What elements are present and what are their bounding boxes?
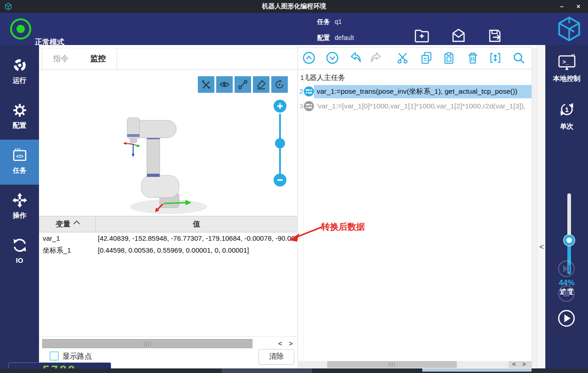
collapse-arrow: < [539, 243, 544, 252]
program-scroll-left[interactable]: < [512, 361, 516, 367]
viewport-tools-button[interactable] [198, 76, 214, 93]
gear-icon [11, 102, 28, 119]
line-number: 2 [297, 86, 303, 97]
app-window: 机器人图形化编程环境 – × 正常模式 任务 q1 配置 default 新建 … [0, 0, 588, 373]
clear-button[interactable]: 清除 [258, 349, 294, 365]
cut-button[interactable] [396, 51, 409, 65]
monitor-hscrollbar[interactable] [42, 339, 252, 348]
brand-logo-icon [556, 16, 582, 42]
close-button[interactable]: × [571, 0, 586, 13]
delete-button[interactable] [466, 51, 480, 65]
step-button[interactable] [558, 260, 575, 277]
program-line-disabled[interactable]: 'var_1:=[var_1[0]*1000,var_1[1]*1000,var… [317, 100, 532, 112]
tab-monitor[interactable]: 监控 [79, 48, 117, 69]
viewport-eraser-button[interactable] [253, 76, 269, 93]
paste-button[interactable] [442, 51, 456, 65]
eye-icon [219, 79, 230, 90]
svg-text:</>: </> [16, 153, 23, 159]
table-row-name[interactable]: var_1 [43, 232, 94, 244]
scrollbar-grip [145, 342, 151, 346]
tab-instruction[interactable]: 指令 [42, 48, 80, 69]
io-cycle-icon [11, 237, 28, 254]
code-window-icon: </> [11, 147, 28, 164]
column-variable[interactable]: 变量 [39, 216, 95, 232]
undo-button[interactable] [348, 51, 362, 65]
line-number: 1 [297, 72, 304, 83]
tools-icon [201, 79, 212, 90]
local-control-label: 本地控制 [545, 74, 588, 83]
window-title: 机器人图形化编程环境 [0, 2, 588, 11]
table-row-value[interactable]: [42.40839, -152.85948, -76.77307, -179.1… [98, 232, 296, 244]
titlebar: 机器人图形化编程环境 – × [0, 0, 588, 13]
sort-caret-icon [73, 220, 79, 227]
move-down-button[interactable] [325, 51, 339, 65]
table-row-value[interactable]: [0.44598, 0.00536, 0.55969, 0.00001, 0, … [98, 244, 296, 256]
single-run-label: 单次 [545, 122, 588, 131]
zoom-out-button[interactable] [274, 174, 286, 186]
path-icon [237, 79, 248, 90]
config-label: 配置 [317, 34, 330, 42]
run-icon [11, 57, 28, 73]
sidebar-item-task[interactable]: </> 任务 [0, 140, 39, 185]
move-arrows-icon [11, 192, 28, 209]
single-run-button[interactable]: 1 [557, 99, 577, 121]
left-sidebar: 运行 配置 </> 任务 [0, 45, 39, 373]
sidebar-item-run[interactable]: 运行 [0, 50, 39, 95]
sidebar-item-config[interactable]: 配置 [0, 95, 39, 140]
move-up-button[interactable] [302, 51, 316, 65]
collapse-panel-strip[interactable]: < [537, 45, 546, 373]
viewport-rotate-button[interactable] [271, 76, 288, 93]
line-number: 3 [297, 101, 303, 112]
mode-label: 正常模式 [35, 38, 64, 47]
copy-button[interactable] [420, 51, 433, 65]
assignment-icon-disabled [303, 101, 314, 112]
column-value[interactable]: 值 [95, 216, 297, 232]
assignment-icon [303, 86, 314, 97]
program-hscrollbar-thumb[interactable] [327, 361, 457, 368]
single-cycle-icon: 1 [557, 99, 577, 119]
program-line-selected[interactable]: var_1:=pose_trans(pose_inv(坐标系_1), get_a… [317, 85, 532, 97]
rotate-icon [274, 79, 285, 90]
insert-bracket-button[interactable] [488, 51, 502, 65]
svg-text:1: 1 [565, 106, 569, 113]
stop-button[interactable] [558, 285, 575, 302]
stop-icon [558, 285, 575, 302]
header: 正常模式 任务 q1 配置 default 新建 打开 保存 [0, 13, 588, 45]
task-value: q1 [335, 18, 342, 25]
minimize-button[interactable]: – [554, 0, 570, 13]
table-row-name[interactable]: 坐标系_1 [43, 244, 94, 256]
bottom-strip [0, 368, 588, 373]
annotation-label: 转换后数据 [321, 221, 365, 233]
task-label: 任务 [317, 18, 330, 26]
right-sidebar: >_ 本地控制 1 单次 44% 速度 [545, 45, 588, 373]
robot-3d-view[interactable] [108, 110, 218, 216]
variable-table-header: 变量 值 [39, 216, 297, 232]
speed-slider-thumb[interactable] [563, 234, 575, 246]
search-button[interactable] [512, 51, 526, 65]
open-file-icon [450, 28, 467, 44]
show-waypoints-label: 显示路点 [62, 352, 92, 362]
viewport-path-button[interactable] [235, 76, 251, 93]
zoom-slider-thumb[interactable] [275, 138, 285, 148]
program-line[interactable]: 机器人主任务 [306, 72, 532, 84]
config-value: default [335, 34, 354, 41]
viewport-visibility-button[interactable] [216, 76, 233, 93]
sidebar-item-io[interactable]: IO [0, 230, 39, 275]
new-folder-icon [413, 28, 431, 44]
tabs-divider [39, 69, 297, 70]
scroll-right-button[interactable]: > [289, 339, 293, 347]
zoom-in-button[interactable] [274, 100, 286, 113]
show-waypoints-checkbox[interactable] [50, 351, 59, 361]
play-button[interactable] [558, 310, 575, 327]
terminal-icon: >_ [557, 53, 577, 73]
skip-next-icon [558, 260, 575, 277]
local-control-button[interactable]: >_ [557, 53, 577, 74]
redo-button[interactable] [370, 51, 384, 65]
svg-text:>_: >_ [562, 59, 569, 65]
save-icon [487, 28, 504, 44]
sidebar-item-operate[interactable]: 操作 [0, 185, 39, 230]
program-scroll-right[interactable]: > [522, 361, 526, 367]
annotation-arrow [286, 223, 327, 245]
eraser-icon [256, 79, 267, 90]
scroll-left-button[interactable]: < [278, 339, 282, 347]
